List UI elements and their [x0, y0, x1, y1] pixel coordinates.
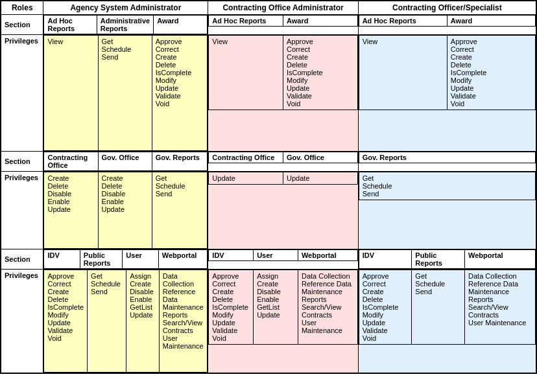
col1-priv-2: CreateDeleteDisableEnableUpdate CreateDe… — [43, 172, 208, 249]
webportal-header-col3: Webportal — [465, 250, 536, 269]
privileges-row-2: Privileges CreateDeleteDisableEnableUpda… — [1, 172, 536, 249]
col2-priv-inner-1: View ApproveCorrectCreateDeleteIsComplet… — [208, 35, 357, 110]
col3-priv-inner-3: ApproveCorrectCreateDeleteIsCompleteModi… — [359, 270, 536, 345]
user-header-col2: User — [254, 250, 298, 261]
col1-section-inner-3: IDV Public Reports User Webportal — [43, 249, 208, 269]
privileges-label-1: Privileges — [1, 35, 43, 152]
idv-header-col2: IDV — [209, 250, 254, 261]
col1-publicreports-priv: GetScheduleSend — [88, 270, 126, 373]
col2-section-inner-2: Contracting Office Gov. Office — [208, 152, 357, 163]
section-label-1: Section — [1, 15, 43, 35]
col3-priv-inner-2: GetScheduleSend — [359, 172, 536, 200]
govreports-header-col1: Gov. Reports — [152, 152, 208, 171]
col1-award-priv: ApproveCorrectCreateDeleteIsCompleteModi… — [152, 36, 208, 151]
col1-priv-inner-1: View GetScheduleSend ApproveCorrectCreat… — [43, 35, 208, 151]
privileges-label-3: Privileges — [1, 270, 43, 373]
col2-webportal-priv: Data CollectionReference DataMaintenance… — [298, 270, 357, 345]
col3-priv-inner-1: View ApproveCorrectCreateDeleteIsComplet… — [359, 35, 536, 110]
roles-header-row: Roles Agency System Administrator Contra… — [1, 1, 536, 15]
publicreports-header-col3: Public Reports — [412, 250, 465, 269]
col3-award-priv: ApproveCorrectCreateDeleteIsCompleteModi… — [447, 36, 535, 110]
col2-priv-2: Update Update — [208, 172, 358, 249]
col1-idv-priv: ApproveCorrectCreateDeleteIsCompleteModi… — [44, 270, 88, 373]
idv-header-col3: IDV — [359, 250, 412, 269]
adminreports-header-col1: Administrative Reports — [97, 16, 153, 34]
col2-priv-1: View ApproveCorrectCreateDeleteIsComplet… — [208, 35, 358, 152]
col1-section-1: Ad Hoc Reports Administrative Reports Aw… — [43, 15, 208, 35]
col1-admin-priv: GetScheduleSend — [98, 36, 152, 151]
col3-section-1: Ad Hoc Reports Award — [358, 15, 536, 35]
col1-govreports-priv: GetScheduleSend — [152, 172, 208, 249]
col2-govoffice-priv: Update — [283, 172, 358, 185]
privileges-row-1: Privileges View GetScheduleSend ApproveC… — [1, 35, 536, 152]
section-row-1: Section Ad Hoc Reports Administrative Re… — [1, 15, 536, 35]
col2-role-header: Contracting Office Administrator — [208, 1, 358, 15]
adhoc-header-col2: Ad Hoc Reports — [209, 16, 283, 27]
roles-label: Roles — [1, 1, 43, 15]
col1-webportal-priv: Data CollectionReference DataMaintenance… — [159, 270, 208, 373]
user-header-col1: User — [123, 250, 158, 269]
privileges-label-2: Privileges — [1, 172, 43, 249]
govreports-header-col3: Gov. Reports — [359, 152, 535, 163]
col3-webportal-priv: Data CollectionReference DataMaintenance… — [465, 270, 536, 345]
col3-publicreports-priv: GetScheduleSend — [412, 270, 465, 345]
col3-section-3: IDV Public Reports Webportal — [358, 249, 536, 270]
col2-section-3: IDV User Webportal — [208, 249, 358, 270]
col3-adhoc-priv: View — [359, 36, 447, 110]
award-header-col1: Award — [154, 16, 208, 34]
col3-priv-1: View ApproveCorrectCreateDeleteIsComplet… — [358, 35, 536, 152]
col1-contracting-priv: CreateDeleteDisableEnableUpdate — [44, 172, 98, 249]
section-label-3: Section — [1, 249, 43, 270]
col1-priv-1: View GetScheduleSend ApproveCorrectCreat… — [43, 35, 208, 152]
col2-section-inner-3: IDV User Webportal — [208, 249, 357, 261]
contracting-header-col1: Contracting Office — [44, 152, 98, 171]
section-row-2: Section Contracting Office Gov. Office G… — [1, 152, 536, 172]
contracting-header-col2: Contracting Office — [209, 152, 283, 163]
publicreports-header-col1: Public Reports — [80, 250, 122, 269]
adhoc-header-col3: Ad Hoc Reports — [359, 16, 447, 27]
privileges-row-3: Privileges ApproveCorrectCreateDeleteIsC… — [1, 270, 536, 373]
section-label-2: Section — [1, 152, 43, 172]
col2-contracting-priv: Update — [209, 172, 283, 185]
col1-role-header: Agency System Administrator — [43, 1, 208, 15]
col3-section-inner-3: IDV Public Reports Webportal — [359, 249, 536, 269]
govoffice-header-col2: Gov. Office — [283, 152, 358, 163]
col2-award-priv: ApproveCorrectCreateDeleteIsCompleteModi… — [283, 36, 358, 110]
award-header-col2: Award — [283, 16, 358, 27]
col2-section-inner-1: Ad Hoc Reports Award — [208, 15, 357, 27]
col2-priv-inner-2: Update Update — [208, 172, 357, 185]
col3-priv-2: GetScheduleSend — [358, 172, 536, 249]
govoffice-header-col1: Gov. Office — [98, 152, 152, 171]
main-table: Roles Agency System Administrator Contra… — [0, 0, 537, 374]
col1-section-2: Contracting Office Gov. Office Gov. Repo… — [43, 152, 208, 172]
col2-adhoc-priv: View — [209, 36, 283, 110]
webportal-header-col2: Webportal — [298, 250, 357, 261]
col3-role-header: Contracting Officer/Specialist — [358, 1, 536, 15]
col3-section-inner-2: Gov. Reports — [359, 152, 536, 163]
col2-idv-priv: ApproveCorrectCreateDeleteIsCompleteModi… — [209, 270, 254, 345]
col2-priv-inner-3: ApproveCorrectCreateDeleteIsCompleteModi… — [208, 270, 357, 345]
col1-govoffice-priv: CreateDeleteDisableEnableUpdate — [98, 172, 152, 249]
idv-header-col1: IDV — [44, 250, 80, 269]
adhoc-header-col1: Ad Hoc Reports — [44, 16, 97, 34]
col1-section-inner-2: Contracting Office Gov. Office Gov. Repo… — [43, 152, 208, 171]
col1-section-3: IDV Public Reports User Webportal — [43, 249, 208, 270]
col1-priv-inner-2: CreateDeleteDisableEnableUpdate CreateDe… — [43, 172, 208, 249]
col3-section-2: Gov. Reports — [358, 152, 536, 172]
col1-adhoc-priv: View — [44, 36, 98, 151]
section-row-3: Section IDV Public Reports User Webporta… — [1, 249, 536, 270]
col3-priv-3: ApproveCorrectCreateDeleteIsCompleteModi… — [358, 270, 536, 373]
col2-priv-3: ApproveCorrectCreateDeleteIsCompleteModi… — [208, 270, 358, 373]
col2-section-2: Contracting Office Gov. Office — [208, 152, 358, 172]
col2-section-1: Ad Hoc Reports Award — [208, 15, 358, 35]
col3-section-inner-1: Ad Hoc Reports Award — [359, 15, 536, 27]
award-header-col3: Award — [447, 16, 535, 27]
col3-govreports-priv: GetScheduleSend — [359, 172, 535, 200]
col1-user-priv: AssignCreateDisableEnableGetListUpdate — [126, 270, 160, 373]
col1-section-inner-1: Ad Hoc Reports Administrative Reports Aw… — [43, 15, 208, 34]
col2-user-priv: AssignCreateDisableEnableGetListUpdate — [254, 270, 298, 345]
col1-priv-3: ApproveCorrectCreateDeleteIsCompleteModi… — [43, 270, 208, 373]
webportal-header-col1: Webportal — [158, 250, 208, 269]
col3-idv-priv: ApproveCorrectCreateDeleteIsCompleteModi… — [359, 270, 412, 345]
col1-priv-inner-3: ApproveCorrectCreateDeleteIsCompleteModi… — [43, 270, 208, 373]
